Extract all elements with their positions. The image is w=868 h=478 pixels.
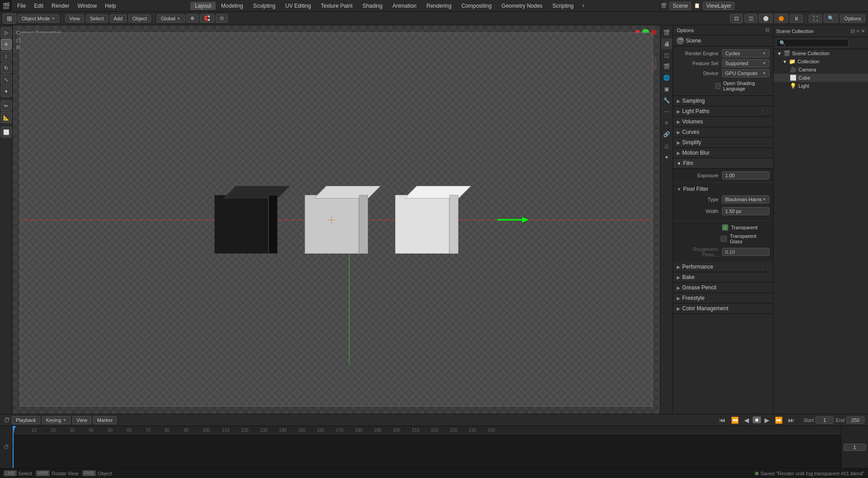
rotate-tool-button[interactable]: ↻ (1, 62, 12, 73)
outliner-scene-collection[interactable]: ▼ 🎬 Scene Collection (774, 49, 868, 57)
curves-section[interactable]: ▶ Curves (673, 127, 773, 137)
proportional-edit-button[interactable]: ⊙ (216, 14, 228, 23)
viewport-shading-render[interactable]: ⬤ (774, 14, 788, 23)
world-properties-icon[interactable]: 🌐 (661, 72, 672, 83)
tab-compositing[interactable]: Compositing (457, 2, 496, 10)
gizmo-button[interactable]: ⛶ (809, 14, 822, 23)
transform-orientation-dropdown[interactable]: Global ▼ (157, 14, 185, 23)
step-forward-button[interactable]: ⏩ (773, 416, 784, 425)
add-workspace-button[interactable]: + (579, 2, 588, 10)
tab-uv-editing[interactable]: UV Editing (281, 2, 316, 10)
add-button[interactable]: Add (110, 14, 127, 23)
add-cube-button[interactable]: ⬜ (1, 127, 12, 137)
tab-sculpting[interactable]: Sculpting (249, 2, 280, 10)
view-layer-icon[interactable]: ◫ (661, 50, 672, 61)
annotate-tool-button[interactable]: ✏ (1, 100, 12, 111)
tab-scripting[interactable]: Scripting (548, 2, 578, 10)
measure-tool-button[interactable]: 📐 (1, 112, 12, 123)
step-back-button[interactable]: ⏪ (729, 416, 741, 425)
editor-type-button[interactable]: ⊞ (3, 14, 16, 24)
jump-end-button[interactable]: ⏭ (786, 416, 796, 425)
tab-geometry-nodes[interactable]: Geometry Nodes (497, 2, 547, 10)
select-button[interactable]: Select (86, 14, 108, 23)
viewport-canvas[interactable]: Camera Perspective (1) Collection | Cube… (13, 25, 660, 414)
render-properties-icon[interactable]: 🎬 (661, 27, 672, 38)
viewport-shading-solid[interactable]: ⬤ (759, 14, 773, 23)
pivot-point-button[interactable]: ⊕ (186, 14, 198, 23)
current-frame-input[interactable] (844, 444, 866, 451)
modifier-properties-icon[interactable]: 🔧 (661, 95, 672, 106)
transparent-checkbox[interactable]: ✓ (722, 224, 728, 231)
object-mode-dropdown[interactable]: Object Mode ▼ (18, 14, 59, 23)
tab-shading[interactable]: Shading (358, 2, 387, 10)
bake-section[interactable]: ▶ Bake (673, 272, 773, 283)
viewport-pause[interactable]: ⏸ (790, 14, 803, 23)
render-engine-dropdown[interactable]: Cycles ▼ (722, 49, 769, 57)
tab-layout[interactable]: Layout (190, 2, 216, 10)
play-button[interactable]: ▶ (763, 416, 771, 425)
width-input[interactable]: 1.50 px (722, 207, 769, 215)
play-reverse-button[interactable]: ◀ (742, 416, 751, 425)
physics-icon[interactable]: ⚛ (661, 118, 672, 128)
window-menu[interactable]: Window (74, 2, 100, 10)
object-button[interactable]: Object (128, 14, 151, 23)
stop-button[interactable]: ⏺ (753, 416, 761, 423)
outliner-close-icon[interactable]: ✕ (861, 28, 865, 34)
help-menu[interactable]: Help (101, 2, 120, 10)
data-icon[interactable]: △ (661, 140, 672, 151)
constraints-icon[interactable]: 🔗 (661, 129, 672, 140)
snap-button[interactable]: 🧲 (200, 14, 214, 23)
keying-menu[interactable]: Keying ▼ (42, 416, 71, 424)
outliner-camera[interactable]: 🎥 Camera (774, 66, 868, 74)
overlay-button[interactable]: ⊡ (730, 14, 743, 23)
transform-tool-button[interactable]: ✦ (1, 86, 12, 97)
color-management-section[interactable]: ▶ Color Management (673, 303, 773, 314)
file-menu[interactable]: File (14, 2, 29, 10)
open-shading-checkbox[interactable] (715, 83, 720, 89)
simplify-section[interactable]: ▶ Simplify (673, 137, 773, 148)
exposure-input[interactable]: 1.00 (722, 171, 769, 180)
scene-selector[interactable]: Scene (670, 2, 691, 10)
outliner-light[interactable]: 💡 Light (774, 82, 868, 90)
xray-button[interactable]: ◫ (745, 14, 757, 23)
edit-menu[interactable]: Edit (30, 2, 47, 10)
feature-set-dropdown[interactable]: Supported ▼ (722, 59, 769, 67)
sampling-section[interactable]: ▶ Sampling (673, 96, 773, 106)
light-paths-section[interactable]: ▶ Light Paths ⋮⋮ (673, 106, 773, 117)
performance-section[interactable]: ▶ Performance ⋮⋮ (673, 262, 773, 272)
roughness-input[interactable]: 0.10 (722, 248, 769, 256)
motion-blur-section[interactable]: ▶ Motion Blur (673, 148, 773, 158)
particles-icon[interactable]: ⋯ (661, 106, 672, 117)
playback-menu[interactable]: Playback (12, 416, 40, 424)
volumes-section[interactable]: ▶ Volumes (673, 117, 773, 127)
timeline-ruler[interactable]: 1 10 20 30 40 50 60 70 80 90 100 110 120… (13, 426, 841, 468)
output-properties-icon[interactable]: 🖨 (661, 38, 672, 49)
object-properties-icon[interactable]: ▣ (661, 84, 672, 95)
view-button[interactable]: View (65, 14, 84, 23)
material-icon[interactable]: ● (661, 151, 672, 162)
outliner-cube[interactable]: ⬜ Cube (774, 74, 868, 82)
type-dropdown[interactable]: Blackman-Harris ▼ (722, 195, 769, 204)
outliner-filter-icon[interactable]: ⊟ (850, 28, 855, 34)
outliner-add-icon[interactable]: + (856, 28, 859, 34)
search-button[interactable]: 🔍 (824, 14, 838, 23)
scale-tool-button[interactable]: ⤡ (1, 74, 12, 85)
move-tool-button[interactable]: ↕ (1, 51, 12, 62)
options-button[interactable]: Options (840, 14, 865, 23)
timeline-editor-icon[interactable]: ⏱ (4, 416, 10, 424)
tab-texture-paint[interactable]: Texture Paint (316, 2, 357, 10)
blender-logo[interactable]: 🎬 (0, 0, 12, 12)
end-frame-input[interactable] (846, 416, 864, 424)
scene-properties-icon[interactable]: 🎬 (661, 61, 672, 72)
film-section-header[interactable]: ▼ Film (673, 158, 773, 169)
tab-modeling[interactable]: Modeling (217, 2, 248, 10)
transparent-glass-checkbox[interactable] (721, 236, 727, 242)
start-frame-input[interactable] (816, 416, 834, 424)
device-dropdown[interactable]: GPU Compute ▼ (722, 69, 769, 77)
freestyle-section[interactable]: ▶ Freestyle (673, 293, 773, 303)
grease-pencil-section[interactable]: ▶ Grease Pencil (673, 283, 773, 293)
cursor-tool-button[interactable]: ✛ (1, 39, 12, 50)
pixel-filter-header[interactable]: ▼ Pixel Filter (673, 185, 773, 194)
tab-rendering[interactable]: Rendering (422, 2, 456, 10)
outliner-search-input[interactable] (776, 39, 849, 47)
